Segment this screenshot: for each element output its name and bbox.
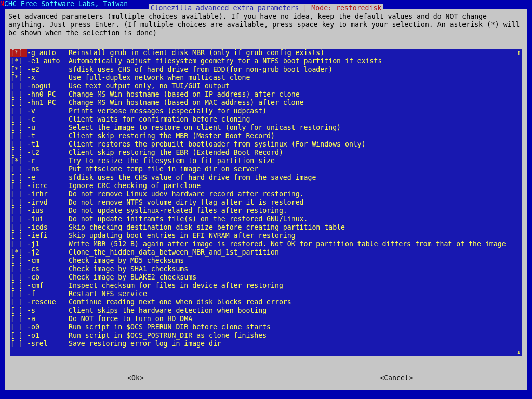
cancel-button[interactable]: <Cancel> — [266, 374, 527, 382]
checkbox-indicator[interactable]: [*] — [10, 57, 27, 65]
option-row[interactable]: [ ] -nsPut ntfsclone temp file in image … — [10, 165, 522, 174]
option-flag: -ius — [27, 207, 69, 215]
option-row[interactable]: [ ] -iefiSkip updating boot entries in E… — [10, 232, 522, 240]
option-description: Restart NFS service — [69, 290, 522, 298]
option-description: Save restoring error log in image dir — [69, 340, 522, 348]
option-row[interactable]: [ ] -o0Run script in $OCS_PRERUN_DIR bef… — [10, 323, 522, 331]
option-flag: -irvd — [27, 198, 69, 207]
option-row[interactable]: [ ] -t1Client restores the prebuilt boot… — [10, 140, 522, 149]
option-flag: -g auto — [27, 49, 69, 57]
checkbox-indicator[interactable]: [ ] — [10, 140, 27, 149]
checkbox-indicator[interactable]: [ ] — [10, 273, 27, 282]
option-row[interactable]: [ ] -vPrints verbose messages (especiall… — [10, 107, 522, 115]
checkbox-indicator[interactable]: [ ] — [10, 207, 27, 215]
option-flag: -s — [27, 307, 69, 315]
option-description: Skip checking destination disk size befo… — [69, 223, 522, 232]
checkbox-indicator[interactable]: [ ] — [10, 323, 27, 331]
option-row[interactable]: [ ] -csCheck image by SHA1 checksums — [10, 265, 522, 273]
option-row[interactable]: [*] -rTry to resize the filesystem to fi… — [10, 157, 522, 165]
option-row[interactable]: [ ] -o1Run script in $OCS_POSTRUN_DIR as… — [10, 331, 522, 340]
option-description: Change MS Win hostname (based on MAC add… — [69, 99, 522, 107]
option-row[interactable]: [ ] -esfdisk uses the CHS value of hard … — [10, 174, 522, 182]
option-row[interactable]: [ ] -j1Write MBR (512 B) again after ima… — [10, 240, 522, 248]
checkbox-indicator[interactable]: [*] — [10, 74, 27, 82]
option-row[interactable]: [ ] -sClient skips the hardware detectio… — [10, 307, 522, 315]
checkbox-indicator[interactable]: [ ] — [10, 340, 27, 348]
checkbox-indicator[interactable]: [ ] — [10, 232, 27, 240]
option-description: Try to resize the filesystem to fit part… — [69, 157, 522, 165]
option-row[interactable]: [ ] -cbCheck image by BLAKE2 checksums — [10, 273, 522, 282]
checkbox-indicator[interactable]: [ ] — [10, 132, 27, 140]
option-row[interactable]: [ ] -hn0 PCChange MS Win hostname (based… — [10, 90, 522, 99]
scroll-up-icon[interactable]: ↑ — [516, 49, 522, 57]
checkbox-indicator[interactable]: [ ] — [10, 298, 27, 307]
option-description: Change MS Win hostname (based on IP addr… — [69, 90, 522, 99]
checkbox-indicator[interactable]: [ ] — [10, 198, 27, 207]
option-description: sfdisk uses the CHS value of hard drive … — [69, 174, 522, 182]
option-row[interactable]: [*] -j2Clone_the_hidden_data_between_MBR… — [10, 248, 522, 257]
checkbox-indicator[interactable]: [ ] — [10, 282, 27, 290]
option-flag: -cmf — [27, 282, 69, 290]
checkbox-indicator[interactable]: [ ] — [10, 190, 27, 198]
scroll-down-icon[interactable]: ↓ — [516, 348, 522, 356]
checkbox-indicator[interactable]: [ ] — [10, 331, 27, 340]
option-row[interactable]: [ ] -icrcIgnore CRC checking of partclon… — [10, 182, 522, 190]
option-row[interactable]: [ ] -irhrDo not remove Linux udev hardwa… — [10, 190, 522, 198]
checkbox-indicator[interactable]: [ ] — [10, 124, 27, 132]
checkbox-indicator[interactable]: [ ] — [10, 90, 27, 99]
checkbox-indicator[interactable]: [*] — [10, 157, 27, 165]
instructions-text: Set advanced parameters (multiple choice… — [5, 9, 527, 38]
option-row[interactable]: [ ] -rescueContinue reading next one whe… — [10, 298, 522, 307]
checkbox-indicator[interactable]: [*] — [10, 49, 27, 57]
checkbox-indicator[interactable]: [ ] — [10, 240, 27, 248]
option-row[interactable]: [*] -e2sfdisk uses CHS of hard drive fro… — [10, 65, 522, 74]
checkbox-indicator[interactable]: [*] — [10, 65, 27, 74]
option-row[interactable]: [ ] -uSelect the image to restore on cli… — [10, 124, 522, 132]
checkbox-indicator[interactable]: [ ] — [10, 82, 27, 90]
option-row[interactable]: [*] -g autoReinstall grub in client disk… — [10, 49, 522, 57]
option-row[interactable]: [ ] -fRestart NFS service — [10, 290, 522, 298]
option-row[interactable]: [*] -e1 autoAutomatically adjust filesys… — [10, 57, 522, 65]
options-list[interactable]: ↑ [*] -g autoReinstall grub in client di… — [10, 49, 522, 356]
checkbox-indicator[interactable]: [ ] — [10, 257, 27, 265]
option-row[interactable]: [ ] -cmCheck image by MD5 checksums — [10, 257, 522, 265]
option-flag: -r — [27, 157, 69, 165]
option-description: Do NOT force to turn on HD DMA — [69, 315, 522, 323]
option-description: Client skip restoring the MBR (Master Bo… — [69, 132, 522, 140]
option-row[interactable]: [ ] -iuiDo not update initramfs file(s) … — [10, 215, 522, 223]
checkbox-indicator[interactable]: [ ] — [10, 174, 27, 182]
option-row[interactable]: [ ] -tClient skip restoring the MBR (Mas… — [10, 132, 522, 140]
checkbox-indicator[interactable]: [ ] — [10, 307, 27, 315]
checkbox-indicator[interactable]: [ ] — [10, 107, 27, 115]
option-row[interactable]: [ ] -t2Client skip restoring the EBR (Ex… — [10, 149, 522, 157]
option-row[interactable]: [ ] -srelSave restoring error log in ima… — [10, 340, 522, 348]
option-row[interactable]: [ ] -irvdDo not remove NTFS volume dirty… — [10, 198, 522, 207]
checkbox-indicator[interactable]: [ ] — [10, 149, 27, 157]
option-row[interactable]: [ ] -cClient waits for confirmation befo… — [10, 115, 522, 124]
checkbox-indicator[interactable]: [ ] — [10, 215, 27, 223]
option-flag: -nogui — [27, 82, 69, 90]
checkbox-indicator[interactable]: [ ] — [10, 182, 27, 190]
ok-button[interactable]: <Ok> — [5, 374, 266, 382]
option-row[interactable]: [*] -xUse full-duplex network when multi… — [10, 74, 522, 82]
checkbox-indicator[interactable]: [*] — [10, 248, 27, 257]
screen: NCHC Free Software Labs, Taiwan Clonezil… — [0, 0, 532, 399]
checkbox-indicator[interactable]: [ ] — [10, 290, 27, 298]
checkbox-indicator[interactable]: [ ] — [10, 223, 27, 232]
checkbox-indicator[interactable]: [ ] — [10, 265, 27, 273]
option-row[interactable]: [ ] -aDo NOT force to turn on HD DMA — [10, 315, 522, 323]
checkbox-indicator[interactable]: [ ] — [10, 115, 27, 124]
option-row[interactable]: [ ] -hn1 PCChange MS Win hostname (based… — [10, 99, 522, 107]
checkbox-indicator[interactable]: [ ] — [10, 165, 27, 174]
option-row[interactable]: [ ] -iusDo not update syslinux-related f… — [10, 207, 522, 215]
option-description: sfdisk uses CHS of hard drive from EDD(f… — [69, 65, 522, 74]
option-row[interactable]: [ ] -noguiUse text output only, no TUI/G… — [10, 82, 522, 90]
checkbox-indicator[interactable]: [ ] — [10, 315, 27, 323]
option-description: Client skip restoring the EBR (Extended … — [69, 149, 522, 157]
topbar-label: CHC Free Software Labs, Taiwan — [4, 0, 128, 8]
option-row[interactable]: [ ] -icdsSkip checking destination disk … — [10, 223, 522, 232]
checkbox-indicator[interactable]: [ ] — [10, 99, 27, 107]
option-row[interactable]: [ ] -cmfInspect checksum for files in de… — [10, 282, 522, 290]
option-flag: -srel — [27, 340, 69, 348]
topbar-lead: N — [0, 0, 4, 8]
